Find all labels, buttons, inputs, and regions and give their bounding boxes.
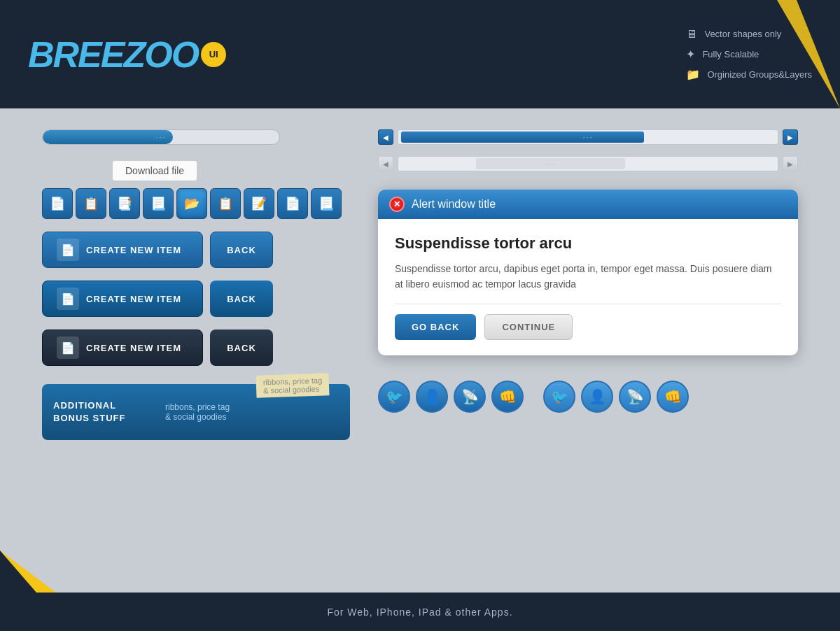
- icon-btn-4[interactable]: 📃: [143, 188, 174, 219]
- progress-track[interactable]: ···: [42, 129, 280, 145]
- alert-divider: [395, 304, 781, 304]
- create-icon-3: 📄: [57, 336, 79, 359]
- feature-label-2: Fully Scalable: [702, 49, 759, 59]
- scroll-right-btn-2[interactable]: ▶: [783, 156, 798, 171]
- corner-decoration: [777, 0, 840, 108]
- left-panel: ··· Download file 📄 📋 📑 📃 📂 📋 📝 📄 📃: [42, 129, 350, 572]
- social-rss-1[interactable]: 📡: [454, 381, 486, 413]
- logo: BREEZOO UI: [28, 34, 226, 76]
- scalable-icon: ✦: [686, 48, 695, 61]
- scroll-thumb-1: [401, 132, 644, 143]
- scrollbar-2: ◀ ··· ▶: [378, 156, 798, 171]
- back-button-1[interactable]: BACK: [210, 232, 273, 268]
- create-label-2: CREATE NEW ITEM: [86, 294, 181, 304]
- progress-fill: [43, 130, 173, 144]
- icon-btn-1[interactable]: 📄: [42, 188, 73, 219]
- logo-text: BREEZOO: [28, 34, 198, 76]
- alert-close-button[interactable]: ✕: [389, 197, 405, 212]
- logo-badge: UI: [201, 42, 226, 67]
- icon-btn-5[interactable]: 📂: [176, 188, 207, 219]
- create-label-1: CREATE NEW ITEM: [86, 245, 181, 255]
- back-button-3[interactable]: BACK: [210, 329, 273, 366]
- alert-body: Suspendisse tortor arcu Suspendisse tort…: [378, 219, 798, 355]
- alert-title: Alert window title: [412, 198, 496, 211]
- scroll-track-1[interactable]: ···: [398, 129, 778, 145]
- alert-dialog: ✕ Alert window title Suspendisse tortor …: [378, 190, 798, 355]
- back-label-1: BACK: [227, 245, 256, 255]
- create-new-item-button-1[interactable]: 📄 CREATE NEW ITEM: [42, 232, 203, 268]
- alert-text: Suspendisse tortor arcu, dapibus eget po…: [395, 261, 781, 292]
- icon-btn-2[interactable]: 📋: [76, 188, 106, 219]
- action-row-1: 📄 CREATE NEW ITEM BACK: [42, 232, 350, 268]
- bonus-left: ADDITIONALBONUS STUFF: [42, 391, 154, 433]
- scroll-left-btn-1[interactable]: ◀: [378, 129, 393, 145]
- tooltip-text: Download file: [125, 165, 184, 176]
- create-icon-1: 📄: [57, 239, 79, 261]
- scroll-left-btn-2[interactable]: ◀: [378, 156, 393, 171]
- folder-icon: 📁: [686, 68, 700, 81]
- create-label-3: CREATE NEW ITEM: [86, 343, 181, 353]
- back-label-3: BACK: [227, 343, 256, 353]
- main-content: ··· Download file 📄 📋 📑 📃 📂 📋 📝 📄 📃: [0, 108, 840, 593]
- close-icon: ✕: [393, 199, 400, 209]
- scroll-dots-2: ···: [545, 160, 555, 168]
- continue-button[interactable]: CONTINUE: [484, 314, 573, 340]
- icon-toolbar-wrapper: Download file 📄 📋 📑 📃 📂 📋 📝 📄 📃: [42, 160, 350, 219]
- scroll-track-2[interactable]: ···: [398, 156, 778, 171]
- create-icon-2: 📄: [57, 288, 79, 310]
- go-back-button[interactable]: GO BACK: [395, 314, 476, 340]
- social-share-1[interactable]: 👊: [491, 381, 524, 413]
- social-rss-2[interactable]: 📡: [619, 381, 651, 413]
- action-row-3: 📄 CREATE NEW ITEM BACK: [42, 329, 350, 366]
- bonus-box: ribbons, price tag & social goodies ADDI…: [42, 384, 350, 440]
- icon-toolbar: 📄 📋 📑 📃 📂 📋 📝 📄 📃: [42, 188, 350, 219]
- scrollbar-1: ◀ ··· ▶: [378, 129, 798, 145]
- scroll-dots-1: ···: [583, 134, 593, 141]
- icon-btn-7[interactable]: 📝: [244, 188, 274, 219]
- social-twitter-2[interactable]: 🐦: [543, 381, 575, 413]
- alert-heading: Suspendisse tortor arcu: [395, 234, 781, 253]
- action-row-2: 📄 CREATE NEW ITEM BACK: [42, 281, 350, 317]
- icon-btn-6[interactable]: 📋: [210, 188, 241, 219]
- icon-btn-9[interactable]: 📃: [311, 188, 342, 219]
- back-button-2[interactable]: BACK: [210, 281, 273, 317]
- bonus-right: ribbons, price tag& social goodies: [154, 402, 241, 422]
- bonus-label: ADDITIONALBONUS STUFF: [53, 400, 125, 423]
- create-new-item-button-3[interactable]: 📄 CREATE NEW ITEM: [42, 329, 203, 366]
- continue-label: CONTINUE: [502, 322, 555, 332]
- go-back-label: GO BACK: [412, 322, 459, 332]
- social-facebook-1[interactable]: 👤: [416, 381, 448, 413]
- create-new-item-button-2[interactable]: 📄 CREATE NEW ITEM: [42, 281, 203, 317]
- feature-label-1: Vector shapes only: [704, 29, 781, 39]
- social-gap: [529, 381, 538, 413]
- social-facebook-2[interactable]: 👤: [581, 381, 613, 413]
- progress-bar-container: ···: [42, 129, 350, 145]
- tooltip-box: Download file: [112, 160, 197, 181]
- progress-dots: ···: [156, 134, 166, 141]
- bonus-tab: ribbons, price tag & social goodies: [255, 373, 329, 398]
- social-twitter-1[interactable]: 🐦: [378, 381, 410, 413]
- icon-btn-8[interactable]: 📄: [277, 188, 308, 219]
- social-icons-row: 🐦 👤 📡 👊 🐦 👤 📡 👊: [378, 381, 798, 413]
- footer: For Web, IPhone, IPad & other Apps.: [0, 593, 840, 631]
- alert-actions: GO BACK CONTINUE: [395, 314, 781, 344]
- monitor-icon: 🖥: [686, 28, 697, 41]
- scroll-right-btn-1[interactable]: ▶: [783, 129, 798, 145]
- icon-btn-3[interactable]: 📑: [109, 188, 140, 219]
- header: BREEZOO UI 🖥 Vector shapes only ✦ Fully …: [0, 0, 840, 108]
- scroll-thumb-2: ···: [476, 158, 626, 169]
- alert-header: ✕ Alert window title: [378, 190, 798, 219]
- social-share-2[interactable]: 👊: [657, 381, 689, 413]
- back-label-2: BACK: [227, 294, 256, 304]
- footer-text: For Web, IPhone, IPad & other Apps.: [327, 607, 512, 618]
- right-panel: ◀ ··· ▶ ◀ ··· ▶ ✕ Alert window tit: [378, 129, 798, 572]
